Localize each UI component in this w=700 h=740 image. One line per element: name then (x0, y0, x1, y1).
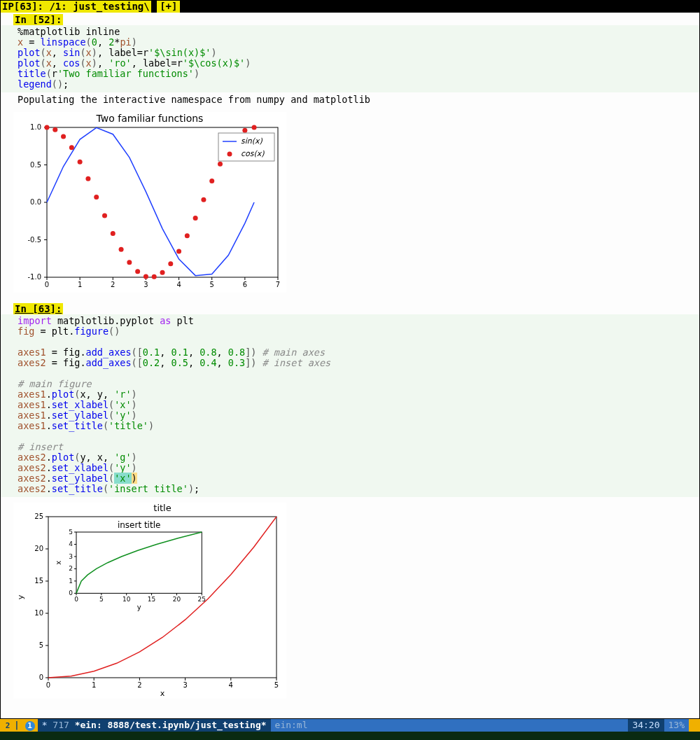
notebook-cell-1[interactable]: In [52]: %matplotlib inline x = linspace… (1, 13, 699, 300)
status-indicator-left: 2| 1 (0, 719, 38, 732)
status-bar: 2| 1 * 717 *ein: 8888/test.ipynb/just_te… (0, 719, 700, 732)
svg-text:0: 0 (45, 281, 49, 288)
svg-text:25: 25 (198, 596, 206, 603)
cursor-position: ) (132, 473, 137, 484)
svg-point-31 (61, 134, 66, 139)
svg-point-44 (168, 261, 173, 266)
svg-text:10: 10 (34, 609, 43, 617)
editor-pane[interactable]: IP[63]: /1: just_testing\ [+] In [52]: %… (0, 0, 700, 719)
svg-text:10: 10 (122, 596, 131, 603)
svg-text:3: 3 (183, 681, 187, 689)
buffer-name: *ein: 8888/test.ipynb/just_testing* (75, 720, 267, 730)
svg-point-54 (252, 125, 257, 130)
svg-text:0: 0 (74, 596, 78, 603)
status-modified: * 717 *ein: 8888/test.ipynb/just_testing… (38, 719, 271, 732)
svg-text:4: 4 (176, 281, 181, 288)
svg-rect-89 (76, 532, 202, 593)
svg-text:6: 6 (243, 281, 247, 288)
status-count-2: 1 (25, 721, 35, 731)
svg-point-53 (242, 128, 247, 133)
svg-text:0: 0 (69, 589, 73, 596)
svg-text:25: 25 (34, 512, 43, 520)
cell-output-text-1: Populating the interactive namespace fro… (1, 92, 699, 106)
svg-text:1.0: 1.0 (30, 123, 41, 131)
svg-point-29 (45, 125, 50, 130)
cell-prompt-2: In [63]: (13, 303, 63, 314)
svg-point-47 (193, 216, 198, 221)
code-input-2[interactable]: import matplotlib.pyplot as plt fig = pl… (1, 314, 699, 497)
svg-point-35 (94, 195, 99, 200)
svg-text:2: 2 (111, 281, 115, 288)
chart-title-with-inset: title0123450510152025xyinsert title05101… (13, 503, 286, 699)
svg-text:cos(x): cos(x) (241, 149, 265, 158)
svg-point-43 (160, 270, 165, 275)
svg-text:3: 3 (144, 281, 148, 288)
svg-text:1: 1 (78, 281, 82, 288)
desktop-background-strip (0, 732, 700, 740)
svg-point-46 (185, 233, 190, 238)
svg-text:0.0: 0.0 (30, 198, 41, 206)
svg-text:5: 5 (274, 681, 279, 689)
svg-point-50 (218, 162, 223, 167)
svg-text:5: 5 (69, 529, 73, 536)
svg-point-30 (52, 127, 57, 132)
cell-prompt-1: In [52]: (13, 14, 63, 25)
svg-point-36 (102, 214, 107, 218)
svg-text:Two familiar functions: Two familiar functions (96, 113, 204, 124)
scroll-percent: 13% (664, 719, 689, 732)
code-input-1[interactable]: %matplotlib inline x = linspace(0, 2*pi)… (1, 25, 699, 92)
svg-point-38 (119, 247, 124, 252)
svg-text:7: 7 (276, 281, 280, 288)
svg-text:0: 0 (46, 681, 50, 689)
svg-text:sin(x): sin(x) (241, 137, 263, 146)
svg-text:1: 1 (69, 578, 73, 585)
tab-new-button[interactable]: [+] (157, 1, 180, 13)
svg-text:5: 5 (210, 281, 214, 288)
svg-point-39 (127, 260, 132, 265)
svg-text:title: title (153, 503, 171, 513)
svg-text:x: x (55, 561, 62, 565)
svg-point-40 (135, 269, 140, 274)
svg-point-49 (209, 179, 214, 183)
svg-text:x: x (160, 689, 165, 698)
svg-point-45 (176, 249, 181, 253)
svg-text:y: y (16, 594, 25, 599)
svg-point-58 (227, 152, 232, 157)
svg-text:2: 2 (69, 565, 73, 572)
svg-text:20: 20 (34, 545, 43, 552)
svg-point-32 (69, 145, 74, 150)
svg-point-41 (144, 274, 148, 279)
svg-point-37 (111, 231, 115, 236)
svg-text:20: 20 (173, 596, 181, 603)
svg-text:0.5: 0.5 (30, 161, 41, 169)
svg-text:5: 5 (99, 596, 104, 603)
svg-text:5: 5 (39, 641, 43, 649)
svg-point-48 (201, 197, 206, 202)
chart-2-container: title0123450510152025xyinsert title05101… (1, 497, 699, 706)
chart-two-familiar-functions: Two familiar functions01234567-1.0-0.50.… (13, 112, 286, 293)
svg-text:1: 1 (92, 681, 96, 689)
tab-bar[interactable]: IP[63]: /1: just_testing\ [+] (1, 1, 699, 13)
svg-text:-1.0: -1.0 (27, 273, 41, 281)
status-count-1: 2 (3, 721, 13, 731)
svg-text:0: 0 (39, 673, 43, 681)
tab-active[interactable]: IP[63]: /1: just_testing\ (1, 1, 151, 13)
status-end-block (689, 719, 700, 732)
chart-1-container: Two familiar functions01234567-1.0-0.50.… (1, 106, 699, 300)
svg-text:3: 3 (69, 553, 73, 560)
svg-point-33 (78, 160, 83, 165)
svg-point-34 (85, 176, 90, 181)
svg-point-42 (152, 274, 157, 279)
cursor-position-indicator: 34:20 (628, 719, 664, 732)
svg-text:4: 4 (69, 540, 73, 547)
svg-text:y: y (137, 603, 141, 611)
svg-text:insert title: insert title (118, 520, 161, 530)
major-mode: ein:ml (271, 719, 312, 732)
svg-text:-0.5: -0.5 (27, 236, 41, 244)
notebook-cell-2[interactable]: In [63]: import matplotlib.pyplot as plt… (1, 303, 699, 706)
svg-text:15: 15 (148, 596, 155, 603)
svg-text:2: 2 (137, 681, 141, 689)
svg-text:15: 15 (34, 577, 43, 585)
svg-text:4: 4 (229, 681, 233, 689)
